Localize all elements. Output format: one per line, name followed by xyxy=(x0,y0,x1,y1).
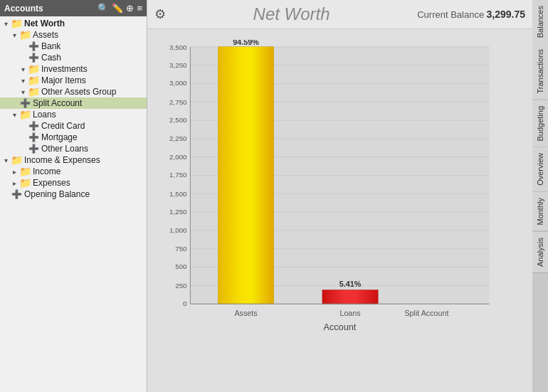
expand-btn-credit-card[interactable] xyxy=(19,122,27,130)
svg-text:94.59%: 94.59% xyxy=(233,40,259,46)
tab-analysis[interactable]: Analysis xyxy=(532,232,548,273)
tree-item-loans[interactable]: ▾📁Loans xyxy=(0,109,147,120)
svg-text:2,500: 2,500 xyxy=(169,116,187,124)
expand-btn-net-worth[interactable]: ▾ xyxy=(1,19,10,28)
tab-balances[interactable]: Balances xyxy=(532,0,548,43)
svg-text:250: 250 xyxy=(175,282,187,290)
bar-chart: 3,500 3,250 3,000 2,750 2,500 2,250 2,00… xyxy=(154,40,518,339)
expand-btn-loans[interactable]: ▾ xyxy=(10,110,19,119)
tree-label-mortgage: Mortgage xyxy=(41,132,78,142)
expand-btn-mortgage[interactable] xyxy=(19,133,27,142)
expand-btn-income[interactable]: ▸ xyxy=(10,167,19,176)
folder-red-icon: 📁 xyxy=(11,18,22,28)
tree-item-opening-balance[interactable]: ➕Opening Balance xyxy=(0,189,147,200)
item-green-icon: ➕ xyxy=(19,98,31,108)
svg-text:1,000: 1,000 xyxy=(169,226,187,234)
tree-label-split-account: Split Account xyxy=(33,98,82,108)
tree-label-other-loans: Other Loans xyxy=(41,144,88,154)
tree-label-opening-balance: Opening Balance xyxy=(24,189,90,199)
svg-text:Account: Account xyxy=(323,322,356,332)
svg-text:2,750: 2,750 xyxy=(169,98,187,106)
expand-btn-major-items[interactable]: ▾ xyxy=(19,76,27,85)
right-tabs: BalancesTransactionsBudgetingOverviewMon… xyxy=(532,0,548,392)
tree-label-other-assets-group: Other Assets Group xyxy=(41,87,116,97)
balance-value: 3,299.75 xyxy=(486,9,525,20)
folder-green-icon: 📁 xyxy=(28,87,39,97)
expand-btn-cash[interactable] xyxy=(19,53,27,62)
tree-item-income[interactable]: ▸📁Income xyxy=(0,166,147,177)
item-red-icon: ➕ xyxy=(28,132,39,142)
svg-rect-31 xyxy=(218,47,273,304)
expand-btn-bank[interactable] xyxy=(19,42,27,51)
search-icon[interactable]: 🔍 xyxy=(98,3,109,14)
svg-text:1,250: 1,250 xyxy=(169,208,187,216)
tab-budgeting[interactable]: Budgeting xyxy=(532,100,548,148)
tree-label-assets: Assets xyxy=(33,30,58,40)
account-tree: ▾📁Net Worth▾📁Assets➕Bank➕Cash▾📁Investmen… xyxy=(0,16,147,392)
folder-red-icon: 📁 xyxy=(19,110,31,120)
tree-item-other-assets-group[interactable]: ▾📁Other Assets Group xyxy=(0,86,147,97)
tree-item-net-worth[interactable]: ▾📁Net Worth xyxy=(0,18,147,29)
svg-text:Assets: Assets xyxy=(234,309,257,317)
item-green-icon: ➕ xyxy=(28,53,39,63)
edit-icon[interactable]: ✏️ xyxy=(112,3,123,14)
expand-btn-expenses[interactable]: ▸ xyxy=(10,179,19,187)
tree-item-credit-card[interactable]: ➕Credit Card xyxy=(0,120,147,132)
expand-btn-split-account[interactable] xyxy=(10,99,19,107)
tree-label-investments: Investments xyxy=(41,64,88,74)
tree-label-bank: Bank xyxy=(41,41,60,51)
folder-red-icon: 📁 xyxy=(11,155,22,165)
tree-label-income-expenses: Income & Expenses xyxy=(24,155,100,165)
tree-item-investments[interactable]: ▾📁Investments xyxy=(0,63,147,75)
svg-rect-33 xyxy=(322,290,378,304)
tree-item-major-items[interactable]: ▾📁Major Items xyxy=(0,75,147,86)
item-red-icon: ➕ xyxy=(28,144,39,154)
tree-item-mortgage[interactable]: ➕Mortgage xyxy=(0,132,147,143)
svg-text:1,500: 1,500 xyxy=(169,190,187,198)
tree-item-split-account[interactable]: ➕Split Account xyxy=(0,97,147,109)
tab-monthly[interactable]: Monthly xyxy=(532,192,548,232)
svg-text:Loans: Loans xyxy=(339,309,360,317)
tree-label-loans: Loans xyxy=(33,110,56,120)
expand-btn-income-expenses[interactable]: ▾ xyxy=(1,156,10,164)
tab-overview[interactable]: Overview xyxy=(532,147,548,192)
tab-transactions[interactable]: Transactions xyxy=(532,43,548,100)
tree-label-major-items: Major Items xyxy=(41,75,86,85)
item-red-icon: ➕ xyxy=(28,121,39,131)
svg-text:2,250: 2,250 xyxy=(169,134,187,142)
tree-label-cash: Cash xyxy=(41,53,61,63)
balance-label: Current Balance xyxy=(417,9,484,20)
folder-green-icon: 📁 xyxy=(19,166,31,176)
sidebar-title: Accounts xyxy=(4,4,43,14)
expand-btn-other-assets-group[interactable]: ▾ xyxy=(19,88,27,96)
balance-display: Current Balance 3,299.75 xyxy=(417,9,525,20)
menu-icon[interactable]: ≡ xyxy=(137,3,142,14)
expand-btn-assets[interactable]: ▾ xyxy=(10,31,19,39)
tree-item-income-expenses[interactable]: ▾📁Income & Expenses xyxy=(0,154,147,166)
settings-icon[interactable]: ⚙ xyxy=(154,6,166,22)
tree-item-assets[interactable]: ▾📁Assets xyxy=(0,29,147,41)
tree-item-bank[interactable]: ➕Bank xyxy=(0,41,147,52)
item-green-icon: ➕ xyxy=(28,41,39,51)
top-bar: ⚙ Net Worth Current Balance 3,299.75 xyxy=(147,0,532,29)
sidebar-header: Accounts 🔍 ✏️ ⊕ ≡ xyxy=(0,0,147,16)
svg-text:5.41%: 5.41% xyxy=(339,280,362,288)
svg-text:3,500: 3,500 xyxy=(169,43,187,51)
svg-text:750: 750 xyxy=(175,245,187,253)
svg-text:500: 500 xyxy=(175,263,187,270)
add-icon[interactable]: ⊕ xyxy=(126,3,134,14)
tree-item-other-loans[interactable]: ➕Other Loans xyxy=(0,143,147,154)
sidebar: Accounts 🔍 ✏️ ⊕ ≡ ▾📁Net Worth▾📁Assets➕Ba… xyxy=(0,0,147,392)
svg-text:3,000: 3,000 xyxy=(169,79,187,87)
tree-item-expenses[interactable]: ▸📁Expenses xyxy=(0,177,147,189)
tree-item-cash[interactable]: ➕Cash xyxy=(0,52,147,63)
svg-text:0: 0 xyxy=(183,300,187,307)
sidebar-icons: 🔍 ✏️ ⊕ ≡ xyxy=(98,3,142,14)
tree-label-net-worth: Net Worth xyxy=(24,18,65,28)
chart-wrap: 3,500 3,250 3,000 2,750 2,500 2,250 2,00… xyxy=(154,40,518,339)
expand-btn-investments[interactable]: ▾ xyxy=(19,65,27,73)
expand-btn-other-loans[interactable] xyxy=(19,144,27,153)
folder-green-icon: 📁 xyxy=(19,30,31,40)
folder-red-icon: 📁 xyxy=(19,178,31,188)
expand-btn-opening-balance[interactable] xyxy=(1,190,10,198)
